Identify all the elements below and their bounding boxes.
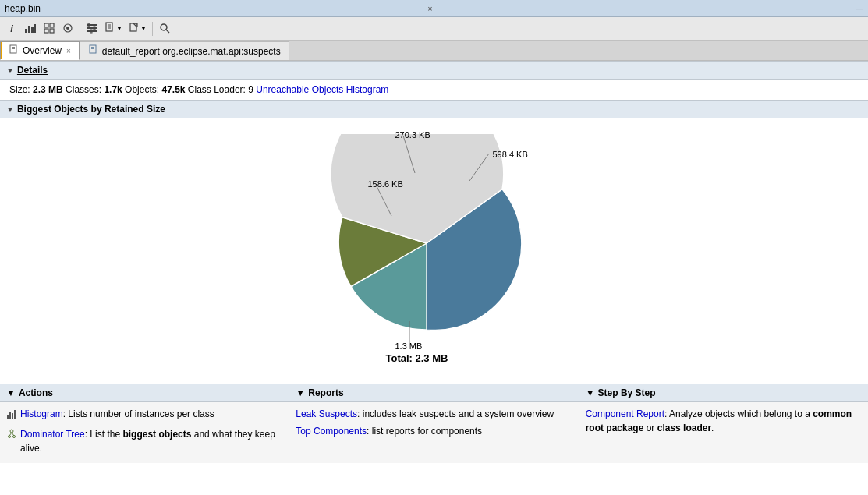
step-by-step-panel: ▼ Step By Step Component Report: Analyze… [579, 384, 868, 463]
settings-button[interactable] [83, 20, 101, 37]
svg-rect-5 [50, 23, 54, 27]
biggest-objects-header[interactable]: ▼ Biggest Objects by Retained Size [0, 100, 868, 118]
report-icon [105, 22, 115, 35]
svg-rect-34 [7, 415, 9, 419]
size-label: Size: 2.3 MB [9, 84, 63, 95]
info-icon: i [10, 23, 13, 34]
step-by-step-header[interactable]: ▼ Step By Step [579, 384, 868, 402]
tab-bar: Overview × default_report org.eclipse.ma… [0, 41, 868, 61]
svg-line-23 [166, 30, 169, 33]
svg-rect-36 [12, 413, 13, 419]
title-bar-text: heap.bin [5, 3, 427, 14]
title-close-icon: × [427, 4, 432, 13]
reports-collapse-icon: ▼ [296, 387, 305, 398]
search-icon [159, 23, 170, 35]
unreachable-link[interactable]: Unreachable Objects Histogram [256, 84, 388, 95]
chart-section: 598.4 KB 270.3 KB 158.6 KB 1.3 MB [0, 118, 868, 384]
tab-report-label: default_report org.eclipse.mat.api:suspe… [102, 46, 281, 57]
svg-point-22 [161, 24, 167, 30]
export-dropdown[interactable]: ▼ [126, 20, 149, 37]
histogram-action-text: Histogram: Lists number of instances per… [20, 407, 214, 421]
svg-rect-6 [44, 29, 48, 33]
svg-rect-11 [87, 27, 97, 29]
dominator-link[interactable]: Dominator Tree [20, 429, 85, 440]
classes-label: Classes: 1.7k [66, 84, 122, 95]
component-report-text: Component Report: Analyze objects which … [586, 407, 862, 435]
chart-container: 598.4 KB 270.3 KB 158.6 KB 1.3 MB [216, 126, 653, 376]
chart-total: Total: 2.3 MB [386, 352, 448, 364]
toolbar-sep-2 [152, 22, 153, 36]
details-collapse-icon: ▼ [6, 66, 14, 75]
histogram-link[interactable]: Histogram [20, 408, 63, 419]
top-components-link[interactable]: Top Components [296, 426, 367, 437]
svg-rect-7 [50, 29, 54, 33]
svg-point-41 [9, 436, 11, 438]
report-dropdown[interactable]: ▼ [102, 20, 125, 37]
histogram-panel-icon [6, 408, 17, 424]
title-bar: heap.bin × ─ [0, 0, 868, 17]
details-header-label: Details [17, 65, 48, 76]
step-by-step-header-label: Step By Step [598, 387, 656, 398]
reports-content: Leak Suspects: includes leak suspects an… [289, 402, 578, 446]
tab-active-indicator [1, 42, 2, 59]
reports-panel: ▼ Reports Leak Suspects: includes leak s… [289, 384, 579, 463]
biggest-objects-collapse-icon: ▼ [6, 105, 14, 114]
actions-header[interactable]: ▼ Actions [0, 384, 289, 402]
reports-item-1: Leak Suspects: includes leak suspects an… [296, 407, 572, 421]
thread-icon [62, 23, 73, 35]
label-1-3mb: 1.3 MB [395, 341, 423, 351]
component-report-link[interactable]: Component Report [586, 408, 664, 419]
step-by-step-collapse-icon: ▼ [586, 387, 595, 398]
label-158: 158.6 KB [368, 179, 403, 189]
svg-rect-4 [44, 23, 48, 27]
svg-rect-0 [25, 29, 27, 33]
actions-collapse-icon: ▼ [6, 387, 16, 398]
svg-rect-24 [10, 45, 16, 53]
export-dropdown-arrow: ▼ [140, 25, 147, 32]
step-by-step-content: Component Report: Analyze objects which … [579, 402, 868, 443]
leak-suspects-text: Leak Suspects: includes leak suspects an… [296, 407, 554, 421]
app-wrapper: heap.bin × ─ i [0, 0, 868, 495]
search-button[interactable] [156, 20, 173, 37]
actions-item-2: Dominator Tree: List the biggest objects… [6, 427, 282, 455]
minimize-button[interactable]: ─ [856, 3, 863, 14]
info-button[interactable]: i [3, 20, 20, 37]
reports-header[interactable]: ▼ Reports [289, 384, 578, 402]
details-section-header[interactable]: ▼ Details [0, 61, 868, 80]
thread-button[interactable] [59, 20, 76, 37]
content-area: ▼ Details Size: 2.3 MB Classes: 1.7k Obj… [0, 61, 868, 495]
export-icon [129, 22, 140, 35]
toolbar-sep-1 [80, 22, 80, 36]
label-270: 270.3 KB [395, 130, 430, 140]
top-components-text: Top Components: list reports for compone… [296, 424, 482, 438]
objects-value: 47.5k [161, 84, 185, 95]
svg-rect-27 [90, 45, 96, 53]
svg-rect-35 [9, 412, 11, 419]
leak-suspects-desc: : includes leak suspects and a system ov… [357, 408, 554, 419]
grid-button[interactable] [41, 20, 58, 37]
tab-default-report[interactable]: default_report org.eclipse.mat.api:suspe… [80, 41, 289, 60]
grid-icon [44, 23, 55, 35]
label-598: 598.4 KB [493, 150, 528, 159]
classes-value: 1.7k [104, 84, 122, 95]
settings-icon [86, 23, 98, 35]
svg-point-42 [13, 436, 16, 438]
dominator-panel-icon [6, 428, 17, 444]
reports-header-label: Reports [308, 387, 343, 398]
svg-rect-20 [130, 23, 136, 31]
toolbar: i ▼ [0, 17, 868, 41]
tab-overview[interactable]: Overview × [0, 41, 80, 60]
leak-suspects-link[interactable]: Leak Suspects [296, 408, 357, 419]
tab-overview-close[interactable]: × [66, 47, 71, 55]
tab-report-icon [88, 44, 99, 58]
report-dropdown-arrow: ▼ [116, 25, 122, 32]
actions-panel: ▼ Actions Histogram: Lists number of ins… [0, 384, 289, 463]
bottom-panels: ▼ Actions Histogram: Lists number of ins… [0, 384, 868, 463]
histogram-desc: : Lists number of instances per class [63, 408, 214, 419]
tab-overview-label: Overview [23, 45, 62, 56]
actions-content: Histogram: Lists number of instances per… [0, 402, 289, 463]
svg-point-38 [10, 430, 13, 433]
tab-overview-icon [9, 44, 19, 58]
pie-chart [317, 134, 536, 352]
histogram-button[interactable] [22, 20, 39, 37]
